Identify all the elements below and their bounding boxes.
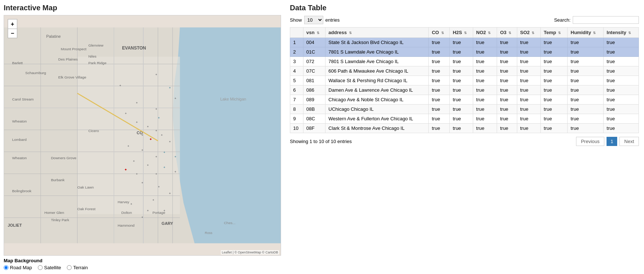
cell-address: Clark St & Montrose Ave Chicago IL bbox=[325, 124, 429, 133]
zoom-out-button[interactable]: − bbox=[8, 29, 17, 38]
col-no2[interactable]: NO2 ⇅ bbox=[473, 28, 497, 38]
cell-co: true bbox=[429, 124, 450, 133]
radio-road-map[interactable]: Road Map bbox=[4, 265, 32, 270]
table-row: 6086Damen Ave & Lawrence Ave Chicago ILt… bbox=[290, 85, 639, 95]
cell-o3: true bbox=[497, 47, 517, 57]
cell-intensity: true bbox=[604, 105, 639, 114]
cell-temp: true bbox=[541, 124, 568, 133]
radio-terrain-label: Terrain bbox=[73, 265, 88, 270]
svg-text:Cicero: Cicero bbox=[88, 129, 99, 133]
cell-vsn: 08F bbox=[303, 124, 325, 133]
cell-so2: true bbox=[517, 114, 540, 124]
svg-text:Schaumburg: Schaumburg bbox=[25, 71, 46, 75]
svg-text:Palatine: Palatine bbox=[46, 34, 61, 39]
next-button[interactable]: Next bbox=[619, 137, 639, 146]
cell-num: 1 bbox=[290, 38, 303, 47]
cell-intensity: true bbox=[604, 76, 639, 85]
cell-num: 4 bbox=[290, 66, 303, 76]
col-vsn[interactable]: vsn ⇅ bbox=[303, 28, 325, 38]
cell-vsn: 072 bbox=[303, 57, 325, 66]
current-page[interactable]: 1 bbox=[607, 137, 617, 146]
svg-text:Lombard: Lombard bbox=[12, 138, 26, 142]
svg-text:Bolingbrook: Bolingbrook bbox=[12, 189, 32, 193]
col-intensity[interactable]: Intensity ⇅ bbox=[604, 28, 639, 38]
radio-satellite-label: Satellite bbox=[44, 265, 61, 270]
zoom-controls[interactable]: + − bbox=[8, 19, 17, 38]
sort-so2: ⇅ bbox=[532, 31, 535, 35]
svg-text:Carol Stream: Carol Stream bbox=[12, 97, 34, 101]
svg-text:Burbank: Burbank bbox=[51, 178, 65, 182]
svg-text:Homer Glen: Homer Glen bbox=[44, 211, 64, 215]
zoom-in-button[interactable]: + bbox=[8, 19, 17, 29]
svg-rect-1 bbox=[77, 57, 180, 214]
svg-text:Mount Prospect: Mount Prospect bbox=[61, 47, 87, 51]
cell-num: 7 bbox=[290, 95, 303, 105]
cell-temp: true bbox=[541, 85, 568, 95]
cell-address: Damen Ave & Lawrence Ave Chicago IL bbox=[325, 85, 429, 95]
radio-satellite-input[interactable] bbox=[38, 265, 43, 270]
sort-address: ⇅ bbox=[349, 31, 352, 35]
cell-h2s: true bbox=[450, 57, 473, 66]
show-label: Show bbox=[290, 17, 302, 23]
cell-num: 6 bbox=[290, 85, 303, 95]
data-title: Data Table bbox=[290, 4, 639, 12]
sort-h2s: ⇅ bbox=[464, 31, 467, 35]
radio-terrain-input[interactable] bbox=[67, 265, 72, 270]
cell-h2s: true bbox=[450, 95, 473, 105]
cell-no2: true bbox=[473, 95, 497, 105]
cell-o3: true bbox=[497, 105, 517, 114]
sort-intensity: ⇅ bbox=[628, 31, 631, 35]
cell-h2s: true bbox=[450, 114, 473, 124]
svg-text:Park Ridge: Park Ridge bbox=[88, 61, 107, 65]
previous-button[interactable]: Previous bbox=[576, 137, 604, 146]
cell-address: 7801 S Lawndale Ave Chicago IL bbox=[325, 57, 429, 66]
radio-terrain[interactable]: Terrain bbox=[67, 265, 88, 270]
entries-label: entries bbox=[325, 17, 340, 23]
cell-humidity: true bbox=[568, 76, 604, 85]
svg-text:Downers Grove: Downers Grove bbox=[51, 156, 77, 160]
cell-co: true bbox=[429, 114, 450, 124]
cell-no2: true bbox=[473, 38, 497, 47]
table-row: 201C7801 S Lawndale Ave Chicago ILtruetr… bbox=[290, 47, 639, 57]
sort-no2: ⇅ bbox=[488, 31, 491, 35]
cell-o3: true bbox=[497, 66, 517, 76]
cell-num: 9 bbox=[290, 114, 303, 124]
cell-co: true bbox=[429, 85, 450, 95]
cell-no2: true bbox=[473, 57, 497, 66]
map-container: Palatine Mount Prospect Glenview Barlett… bbox=[4, 15, 281, 256]
cell-h2s: true bbox=[450, 105, 473, 114]
cell-co: true bbox=[429, 38, 450, 47]
cell-vsn: 089 bbox=[303, 95, 325, 105]
svg-text:Harvey: Harvey bbox=[118, 200, 129, 204]
col-address[interactable]: address ⇅ bbox=[325, 28, 429, 38]
cell-h2s: true bbox=[450, 47, 473, 57]
col-o3[interactable]: O3 ⇅ bbox=[497, 28, 517, 38]
col-temp[interactable]: Temp ⇅ bbox=[541, 28, 568, 38]
svg-text:JOLIET: JOLIET bbox=[8, 223, 22, 227]
cell-address: Western Ave & Fullerton Ave Chicago IL bbox=[325, 114, 429, 124]
cell-intensity: true bbox=[604, 124, 639, 133]
cell-so2: true bbox=[517, 85, 540, 95]
cell-humidity: true bbox=[568, 105, 604, 114]
cell-address: 7801 S Lawndale Ave Chicago IL bbox=[325, 47, 429, 57]
cell-address: Wallace St & Pershing Rd Chicago IL bbox=[325, 76, 429, 85]
cell-intensity: true bbox=[604, 114, 639, 124]
col-humidity[interactable]: Humidity ⇅ bbox=[568, 28, 604, 38]
cell-intensity: true bbox=[604, 47, 639, 57]
cell-so2: true bbox=[517, 124, 540, 133]
svg-text:Wheaton: Wheaton bbox=[12, 156, 27, 160]
radio-satellite[interactable]: Satellite bbox=[38, 265, 61, 270]
cell-humidity: true bbox=[568, 114, 604, 124]
entries-select[interactable]: 10 25 50 100 bbox=[304, 16, 323, 24]
radio-road-map-label: Road Map bbox=[10, 265, 32, 270]
cell-intensity: true bbox=[604, 38, 639, 47]
col-co[interactable]: CO ⇅ bbox=[429, 28, 450, 38]
cell-o3: true bbox=[497, 95, 517, 105]
col-h2s[interactable]: H2S ⇅ bbox=[450, 28, 473, 38]
svg-text:Lake Michigan: Lake Michigan bbox=[220, 97, 246, 101]
search-input[interactable] bbox=[573, 16, 639, 24]
cell-vsn: 07C bbox=[303, 66, 325, 76]
radio-road-map-input[interactable] bbox=[4, 265, 8, 270]
svg-text:Oak Forest: Oak Forest bbox=[77, 207, 96, 211]
col-so2[interactable]: SO2 ⇅ bbox=[517, 28, 540, 38]
